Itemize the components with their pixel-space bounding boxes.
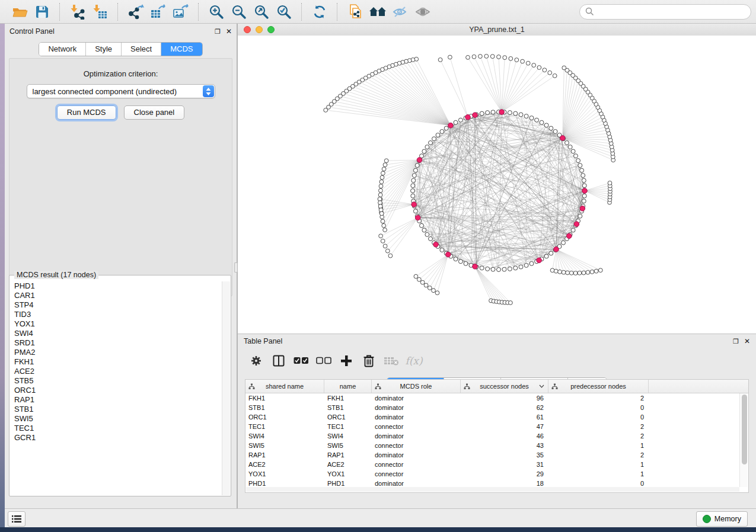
leaf-node[interactable] [380,175,384,180]
mcds-result-item[interactable]: PMA2 [10,348,222,357]
mcds-result-item[interactable]: GCR1 [10,433,222,443]
leaf-node[interactable] [382,167,386,171]
search-box[interactable] [579,4,751,20]
leaf-node[interactable] [548,70,552,75]
mcds-hub-node[interactable] [433,242,439,247]
mcds-result-item[interactable]: TID3 [10,310,222,319]
leaf-node[interactable] [472,55,476,59]
run-mcds-button[interactable]: Run MCDS [57,105,116,120]
mcds-hub-node[interactable] [448,123,454,128]
leaf-node[interactable] [417,277,422,281]
ring-node[interactable] [486,267,490,271]
leaf-node[interactable] [503,56,507,60]
ring-node[interactable] [411,189,415,193]
mcds-hub-node[interactable] [537,258,542,263]
deselect-all-button[interactable] [314,352,334,370]
ring-node[interactable] [436,133,440,137]
leaf-node[interactable] [598,268,602,273]
scrollbar-thumb[interactable] [742,395,747,464]
close-panel-icon[interactable]: ✕ [226,28,232,35]
select-all-button[interactable] [291,352,311,370]
leaf-node[interactable] [586,270,590,274]
mcds-hub-node[interactable] [574,222,579,227]
network-window-titlebar[interactable]: YPA_prune.txt_1 [238,24,756,36]
mcds-hub-node[interactable] [465,115,471,120]
export-network-button[interactable] [125,2,147,21]
ring-node[interactable] [422,149,426,153]
leaf-node[interactable] [428,286,432,290]
mcds-hub-node[interactable] [580,206,585,211]
ring-node[interactable] [582,184,586,188]
criterion-dropdown[interactable]: largest connected component (undirected) [27,84,215,98]
ring-node[interactable] [524,263,528,267]
ring-node[interactable] [553,130,557,134]
hide-selected-button[interactable] [389,2,412,21]
leaf-node[interactable] [484,55,489,59]
ring-node[interactable] [458,118,462,122]
ring-node[interactable] [480,111,484,116]
leaf-node[interactable] [448,55,452,59]
ring-node[interactable] [582,178,586,182]
mcds-result-scrollbar[interactable] [222,281,230,495]
ring-node[interactable] [519,265,523,269]
zoom-out-button[interactable] [228,2,250,21]
leaf-node[interactable] [383,228,387,232]
maximize-window-icon[interactable] [267,26,275,33]
leaf-node[interactable] [526,61,530,65]
float-table-panel-icon[interactable]: ❐ [733,338,739,345]
ring-node[interactable] [508,267,512,271]
leaf-node[interactable] [382,223,386,227]
ring-node[interactable] [411,184,415,188]
leaf-node[interactable] [466,56,470,60]
minimize-window-icon[interactable] [256,26,263,33]
leaf-node[interactable] [385,249,390,253]
tab-network[interactable]: Network [39,43,85,56]
mcds-result-item[interactable]: YOX1 [10,319,222,329]
leaf-node[interactable] [554,269,558,273]
leaf-node[interactable] [608,181,612,185]
ring-node[interactable] [454,257,458,261]
mcds-hub-node[interactable] [554,247,559,252]
memory-button[interactable]: Memory [696,511,748,527]
leaf-node[interactable] [573,271,578,275]
ring-node[interactable] [412,178,416,182]
ring-node[interactable] [491,110,495,114]
ring-node[interactable] [582,199,586,203]
ring-node[interactable] [581,174,585,178]
table-row[interactable]: SWI5SWI5connector431 [245,441,748,450]
ring-node[interactable] [444,126,448,130]
leaf-node[interactable] [566,271,570,275]
mcds-result-item[interactable]: STP4 [10,300,222,310]
leaf-node[interactable] [384,159,388,163]
open-folder-button[interactable] [8,2,31,21]
mcds-result-item[interactable]: SWI5 [10,414,222,424]
ring-node[interactable] [513,111,518,116]
table-row[interactable]: FKH1FKH1dominator962 [245,393,748,403]
ring-node[interactable] [582,194,586,198]
ring-node[interactable] [544,254,548,258]
mcds-hub-node[interactable] [560,136,566,141]
leaf-node[interactable] [509,301,513,305]
leaf-node[interactable] [594,269,598,273]
ring-node[interactable] [529,116,534,120]
ring-node[interactable] [574,154,578,158]
mcds-hub-node[interactable] [446,252,451,257]
close-window-icon[interactable] [244,26,251,33]
ring-node[interactable] [412,174,416,178]
table-row[interactable]: RAP1RAP1dominator352 [245,450,748,460]
mcds-hub-node[interactable] [499,110,505,115]
leaf-node[interactable] [381,219,385,223]
ring-node[interactable] [486,111,490,115]
leaf-node[interactable] [424,283,428,287]
ring-node[interactable] [411,194,415,198]
ring-node[interactable] [425,145,429,149]
ring-node[interactable] [578,164,582,168]
export-table-button[interactable] [147,2,170,21]
leaf-node[interactable] [550,268,554,273]
mcds-hub-node[interactable] [473,264,478,270]
mcds-result-item[interactable]: SRD1 [10,338,222,348]
ring-node[interactable] [432,137,436,141]
ring-node[interactable] [535,118,539,122]
ring-node[interactable] [502,267,506,271]
leaf-node[interactable] [537,66,541,70]
